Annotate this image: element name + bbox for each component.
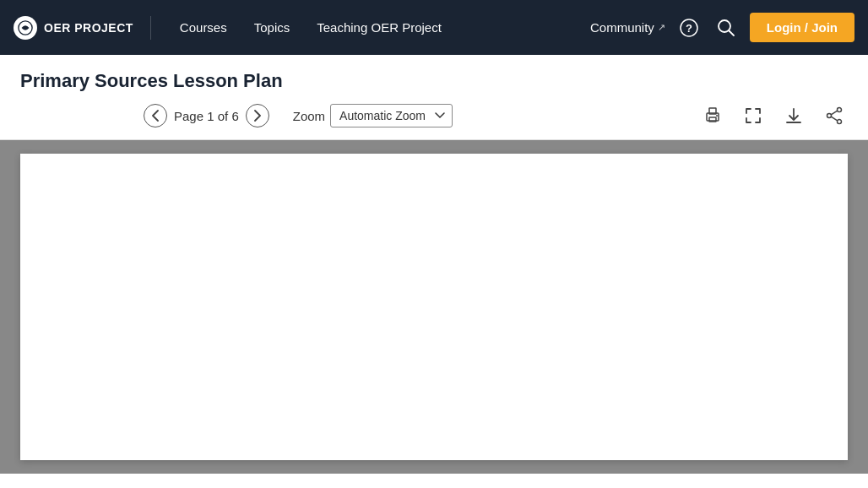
of-label: of <box>218 109 229 123</box>
page-label: Page <box>174 109 203 123</box>
zoom-select[interactable]: Automatic Zoom 50% 75% 100% 125% 150% 20… <box>330 104 453 127</box>
print-button[interactable] <box>699 102 726 129</box>
nav-teaching-oer[interactable]: Teaching OER Project <box>305 14 453 41</box>
login-join-button[interactable]: Login / Join <box>750 13 854 42</box>
nav-right: Community ↗ ? Login / Join <box>590 13 854 42</box>
total-pages: 6 <box>231 109 238 123</box>
nav-links: Courses Topics Teaching OER Project <box>168 14 590 41</box>
pdf-viewer <box>0 140 868 474</box>
page-title: Primary Sources Lesson Plan <box>20 70 848 92</box>
community-label: Community <box>590 20 654 35</box>
share-button[interactable] <box>821 102 848 129</box>
svg-line-15 <box>831 117 837 121</box>
toolbar-right <box>699 102 848 129</box>
logo-text: OER PROJECT <box>44 21 133 35</box>
zoom-area: Zoom Automatic Zoom 50% 75% 100% 125% 15… <box>293 104 453 127</box>
fullscreen-button[interactable] <box>740 102 767 129</box>
page-info: Page 1 of 6 <box>174 109 239 123</box>
content-area: Primary Sources Lesson Plan Page 1 of 6 … <box>0 55 868 488</box>
download-button[interactable] <box>780 102 807 129</box>
nav-topics[interactable]: Topics <box>242 14 302 41</box>
page-header: Primary Sources Lesson Plan <box>0 55 868 92</box>
pagination: Page 1 of 6 Zoom Automatic Zoom 50% 75% … <box>144 104 453 127</box>
svg-rect-7 <box>709 117 716 122</box>
svg-point-12 <box>827 114 831 118</box>
pdf-page <box>20 154 848 460</box>
next-page-button[interactable] <box>246 104 269 127</box>
svg-point-8 <box>716 115 718 117</box>
prev-page-button[interactable] <box>144 104 167 127</box>
help-button[interactable]: ? <box>675 14 703 41</box>
navbar: OER PROJECT Courses Topics Teaching OER … <box>0 0 868 55</box>
svg-line-4 <box>729 30 734 35</box>
community-link[interactable]: Community ↗ <box>590 20 665 35</box>
svg-point-11 <box>837 108 841 112</box>
external-link-icon: ↗ <box>658 22 665 33</box>
logo-icon <box>14 16 37 40</box>
search-button[interactable] <box>713 14 740 41</box>
logo[interactable]: OER PROJECT <box>14 16 151 40</box>
current-page-number: 1 <box>207 109 214 123</box>
nav-courses[interactable]: Courses <box>168 14 239 41</box>
svg-text:?: ? <box>686 22 692 35</box>
svg-point-13 <box>837 120 841 124</box>
svg-line-14 <box>831 111 837 115</box>
toolbar: Page 1 of 6 Zoom Automatic Zoom 50% 75% … <box>0 92 868 140</box>
zoom-label: Zoom <box>293 109 325 123</box>
